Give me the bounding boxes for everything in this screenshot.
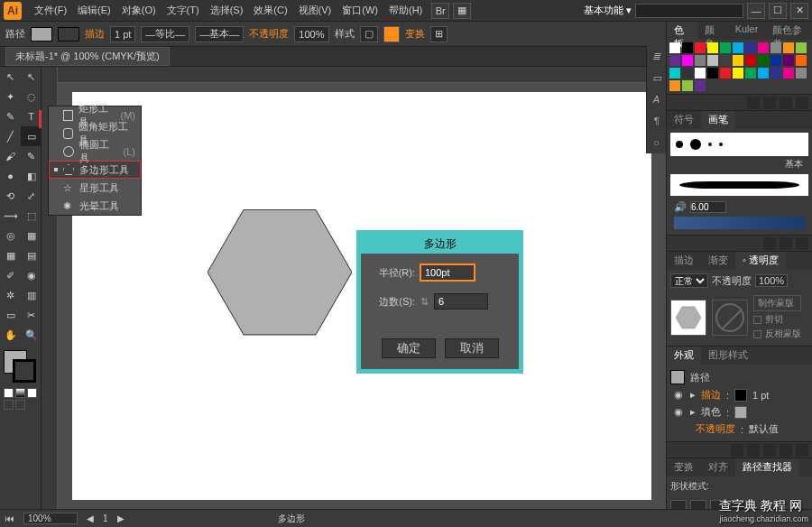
stroke-label[interactable]: 描边 (85, 27, 105, 41)
gradient-tab[interactable]: 渐变 (701, 252, 735, 270)
swatch-item[interactable] (733, 55, 743, 66)
delete-brush-icon[interactable] (796, 237, 808, 250)
add-effect-icon[interactable] (763, 444, 776, 457)
swatch-item[interactable] (707, 68, 718, 79)
swatch-item[interactable] (669, 80, 680, 91)
line-tool[interactable]: ╱ (0, 126, 21, 146)
paintbrush-tool[interactable]: 🖌 (0, 146, 21, 166)
swatch-item[interactable] (783, 68, 794, 79)
graph-tool[interactable]: ▥ (21, 285, 42, 305)
brush-lib-icon[interactable] (763, 237, 776, 250)
swatch-item[interactable] (745, 55, 756, 66)
appearance-stroke-row[interactable]: ◉ ▸ 描边: 1 pt (670, 386, 808, 403)
swatch-item[interactable] (720, 42, 731, 53)
swatch-item[interactable] (695, 42, 706, 53)
swatch-options-icon[interactable] (763, 97, 776, 109)
fill-color-swatch[interactable] (734, 406, 747, 419)
swatch-item[interactable] (682, 55, 693, 66)
swatch-item[interactable] (770, 42, 781, 53)
width-profile[interactable]: — 等比 — (141, 26, 189, 42)
appearance-fill-row[interactable]: ◉ ▸ 填色: (670, 403, 808, 421)
menu-effect[interactable]: 效果(C) (248, 4, 292, 17)
swatch-item[interactable] (669, 68, 680, 79)
screen-mode-full[interactable] (15, 400, 25, 410)
new-fill-icon[interactable] (731, 444, 743, 457)
align-panel-tab[interactable]: 对齐 (701, 458, 735, 476)
swatch-item[interactable] (733, 68, 743, 79)
document-tab[interactable]: 未标题-1* @ 100% (CMYK/预览) (5, 47, 170, 66)
colorguide-tab[interactable]: 颜色参考 (765, 22, 812, 40)
swatch-item[interactable] (745, 68, 756, 79)
swatch-item[interactable] (796, 42, 807, 53)
eye-icon[interactable]: ◉ (674, 406, 685, 418)
type-panel-icon[interactable]: A (647, 88, 666, 110)
brushes-tab[interactable]: 画笔 (701, 111, 735, 129)
fill-stroke-swatches[interactable] (4, 350, 37, 383)
swatch-item[interactable] (682, 80, 693, 91)
mesh-tool[interactable]: ▦ (0, 245, 21, 265)
swatch-item[interactable] (720, 55, 731, 66)
scale-tool[interactable]: ⤢ (21, 186, 42, 206)
zoom-tool[interactable]: 🔍 (21, 325, 42, 345)
swatch-item[interactable] (770, 68, 781, 79)
object-thumb[interactable] (670, 300, 706, 336)
menu-edit[interactable]: 编辑(E) (72, 4, 116, 17)
swatch-item[interactable] (733, 42, 743, 53)
window-close-icon[interactable]: ✕ (790, 3, 808, 19)
transparency-tab[interactable]: ◦ 透明度 (735, 252, 786, 270)
opacity-input[interactable]: 100% (294, 26, 328, 42)
menu-view[interactable]: 视图(V) (293, 4, 337, 17)
swatch-item[interactable] (758, 55, 769, 66)
stroke-color-swatch[interactable] (734, 389, 747, 402)
color-tab[interactable]: 颜色 (697, 22, 728, 40)
blob-brush-tool[interactable]: ● (0, 166, 21, 186)
flare-tool-item[interactable]: ✺ 光晕工具 (49, 197, 141, 215)
transform-panel-tab[interactable]: 变换 (667, 458, 701, 476)
slice-tool[interactable]: ✂ (21, 305, 42, 325)
stroke-width-input[interactable]: 1 pt (110, 26, 135, 42)
nav-first-icon[interactable]: ⏮ (5, 513, 14, 523)
mask-thumb[interactable] (712, 300, 748, 336)
width-tool[interactable]: ⟿ (0, 206, 21, 226)
symbol-sprayer-tool[interactable]: ✲ (0, 285, 21, 305)
color-mode-icon[interactable] (4, 388, 14, 398)
menu-help[interactable]: 帮助(H) (383, 4, 428, 17)
pathfinder-tab[interactable]: 路径查找器 (735, 458, 799, 476)
clear-appearance-icon[interactable] (780, 444, 792, 457)
swatch-item[interactable] (758, 68, 769, 79)
swatch-item[interactable] (758, 42, 769, 53)
artboard-tool[interactable]: ▭ (0, 305, 21, 325)
swatches-grid[interactable] (667, 40, 812, 94)
swatch-item[interactable] (770, 55, 781, 66)
swatch-item[interactable] (720, 68, 731, 79)
perspective-tool[interactable]: ▦ (21, 226, 42, 245)
appearance-tab[interactable]: 外观 (667, 347, 701, 365)
layers-panel-icon[interactable]: ≣ (647, 45, 666, 67)
swatch-item[interactable] (669, 55, 680, 66)
eraser-tool[interactable]: ◧ (21, 166, 42, 186)
brush-preview[interactable] (670, 174, 808, 196)
swatch-item[interactable] (695, 68, 706, 79)
graphic-styles-tab[interactable]: 图形样式 (701, 347, 755, 365)
star-tool-item[interactable]: ☆ 星形工具 (49, 179, 141, 197)
sides-stepper-icon[interactable]: ⇅ (420, 296, 429, 308)
hexagon-shape[interactable] (208, 209, 352, 336)
clip-checkbox[interactable] (753, 316, 761, 324)
radius-input[interactable] (420, 264, 475, 281)
delete-appearance-icon[interactable] (796, 444, 808, 457)
screen-mode-normal[interactable] (4, 400, 14, 410)
direct-selection-tool[interactable]: ↖ (21, 67, 42, 87)
opacity-value[interactable]: 100% (755, 274, 788, 287)
eyedropper-tool[interactable]: ✐ (0, 265, 21, 285)
symbols-tab[interactable]: 符号 (667, 111, 701, 129)
menu-select[interactable]: 选择(S) (205, 4, 249, 17)
swatch-item[interactable] (707, 55, 718, 66)
swatch-item[interactable] (682, 68, 693, 79)
eye-icon[interactable]: ◉ (674, 389, 685, 401)
swatch-item[interactable] (796, 68, 807, 79)
none-mode-icon[interactable] (27, 388, 37, 398)
brush-size-input[interactable] (690, 201, 726, 213)
polygon-tool-item[interactable]: 多边形工具 (49, 161, 141, 179)
nav-next-icon[interactable]: ▶ (117, 513, 125, 523)
swatch-item[interactable] (669, 42, 680, 53)
